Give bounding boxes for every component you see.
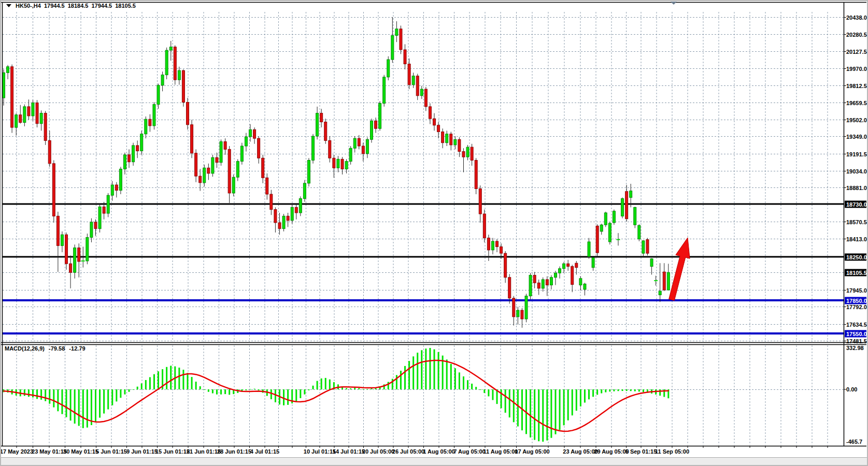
bear-candle	[149, 119, 151, 126]
quote-low: 17944.5	[91, 3, 112, 9]
bear-candle	[358, 138, 360, 146]
macd-histogram-bar	[61, 389, 63, 414]
macd-histogram-bar	[638, 389, 640, 391]
macd-histogram-bar	[133, 389, 134, 390]
bear-candle	[362, 146, 364, 154]
bull-candle	[303, 183, 306, 199]
time-axis-label: 5 Sep 01:15	[625, 448, 657, 455]
macd-histogram-bar	[421, 350, 422, 389]
window-bottom-strip	[0, 457, 868, 466]
macd-histogram-bar	[321, 378, 322, 389]
price-axis-label: 17481.5	[846, 338, 867, 344]
macd-histogram-bar	[554, 389, 556, 434]
macd-histogram-bar	[195, 382, 197, 389]
macd-histogram-bar	[250, 389, 251, 390]
price-axis-label: 19970.0	[846, 66, 867, 72]
bear-candle	[136, 145, 139, 151]
macd-histogram-bar	[505, 389, 506, 413]
bull-candle	[550, 278, 552, 285]
quote-high: 18184.5	[68, 3, 89, 9]
price-axis-label: 19659.5	[846, 100, 867, 106]
bear-candle	[195, 153, 197, 176]
bear-candle	[487, 238, 490, 250]
bear-candle	[274, 210, 277, 223]
bull-candle	[634, 207, 636, 225]
macd-histogram-bar	[304, 389, 305, 395]
macd-histogram-bar	[137, 387, 138, 389]
macd-histogram-bar	[630, 389, 632, 391]
macd-histogram-bar	[492, 389, 493, 400]
time-axis-label: 23 Aug 05:00	[563, 448, 597, 455]
bear-candle	[400, 29, 402, 50]
macd-histogram-bar	[74, 389, 76, 424]
macd-main-value: -79.58	[49, 345, 65, 352]
bull-candle	[542, 280, 544, 288]
macd-histogram-bar	[463, 376, 464, 389]
price-axis-label: 20280.5	[846, 32, 867, 38]
bull-candle	[659, 291, 661, 295]
bear-candle	[69, 264, 72, 272]
bull-candle	[491, 241, 494, 250]
macd-histogram-bar	[509, 389, 510, 417]
bear-candle	[408, 64, 410, 84]
macd-histogram-bar	[191, 377, 193, 389]
macd-histogram-bar	[66, 389, 67, 417]
time-axis-label: 4 Jul 01:15	[250, 448, 279, 455]
macd-histogram-bar	[354, 388, 355, 389]
macd-histogram-bar	[216, 389, 218, 395]
macd-histogram-bar	[208, 389, 209, 392]
macd-histogram-bar	[542, 389, 544, 442]
bear-candle	[78, 248, 80, 261]
mt4-chart-window[interactable]: 20438.020280.520127.519970.019812.519659…	[0, 0, 868, 466]
bear-candle	[278, 223, 281, 229]
macd-histogram-bar	[530, 389, 531, 438]
quote-dropdown-icon	[6, 4, 11, 7]
time-axis-label: 17 May 2023	[0, 448, 33, 455]
macd-histogram-bar	[434, 350, 435, 389]
bull-candle	[349, 148, 352, 161]
macd-histogram-bar	[103, 389, 105, 414]
macd-histogram-bar	[312, 386, 314, 389]
bull-candle	[169, 47, 172, 50]
bear-candle	[533, 275, 536, 283]
macd-histogram-bar	[178, 368, 180, 389]
macd-histogram-bar	[149, 377, 151, 389]
time-axis-label: 17 Aug 05:00	[515, 448, 549, 455]
bull-candle	[412, 76, 415, 85]
bull-candle	[23, 107, 26, 123]
bear-candle	[186, 102, 189, 124]
time-axis-label: 5 Jun 01:15	[96, 448, 127, 455]
macd-histogram-bar	[212, 389, 214, 394]
chart-canvas[interactable]: 20438.020280.520127.519970.019812.519659…	[0, 0, 868, 466]
bull-candle	[312, 136, 315, 161]
bull-candle	[391, 36, 394, 60]
macd-histogram-bar	[643, 389, 644, 392]
bull-candle	[584, 284, 586, 289]
bear-candle	[128, 155, 131, 162]
macd-histogram-bar	[392, 379, 393, 389]
bull-candle	[563, 264, 565, 269]
macd-histogram-bar	[70, 389, 72, 420]
macd-histogram-bar	[107, 389, 109, 410]
bull-candle	[366, 139, 368, 153]
bear-candle	[224, 142, 226, 150]
bull-candle	[220, 142, 222, 163]
macd-histogram-bar	[224, 389, 226, 394]
bull-candle	[98, 207, 101, 228]
bull-candle	[240, 146, 243, 162]
macd-histogram-bar	[471, 384, 473, 389]
bull-candle	[525, 296, 528, 319]
macd-axis-label: 0.00	[846, 386, 857, 392]
macd-histogram-bar	[550, 389, 552, 438]
macd-histogram-bar	[567, 389, 569, 420]
price-axis-label: 17634.5	[846, 322, 867, 328]
macd-histogram-bar	[572, 389, 573, 415]
macd-histogram-bar	[450, 364, 452, 389]
bear-candle	[575, 263, 578, 267]
macd-histogram-bar	[99, 389, 101, 418]
macd-histogram-bar	[325, 378, 326, 389]
time-axis-label: 26 Jul 05:00	[392, 448, 424, 455]
price-line-label: 18105.5	[846, 270, 867, 276]
bull-candle	[153, 105, 155, 126]
time-axis-label: 23 May 01:15	[32, 448, 67, 455]
